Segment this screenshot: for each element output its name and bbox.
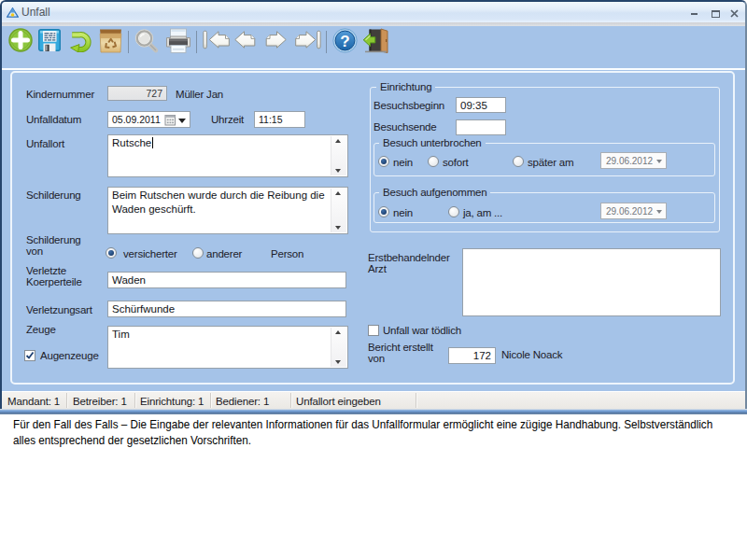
svg-text:?: ? [340,33,349,50]
